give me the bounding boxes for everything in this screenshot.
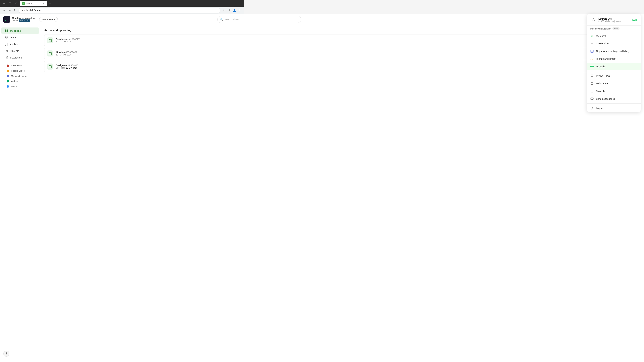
- event-calendar-icon: [47, 37, 53, 43]
- svg-rect-12: [5, 50, 8, 52]
- sidebar-label-analytics: Analytics: [10, 43, 20, 45]
- svg-rect-8: [5, 44, 6, 45]
- sidebar-item-integrations[interactable]: Integrations: [1, 54, 39, 61]
- main-content: Active and upcoming Developers #1480327 …: [40, 25, 244, 137]
- nav-controls: ← → ↻: [2, 8, 18, 13]
- address-right-controls: ☆ ⬇ 👤 ⋮: [221, 8, 242, 13]
- sidebar-label-integrations: Integrations: [10, 56, 22, 59]
- back-button[interactable]: ←: [2, 8, 7, 13]
- svg-rect-2: [5, 29, 6, 31]
- analytics-icon: [5, 42, 8, 46]
- event-name: Developers #1480327: [56, 38, 80, 40]
- event-date: 10 – 13 Oct 2024: [56, 40, 80, 43]
- app-header: s Moodjoy organization Owner UPGRADE New…: [0, 14, 244, 25]
- sidebar-item-powerpoint[interactable]: PowerPoint: [5, 63, 36, 68]
- sidebar-item-zoom[interactable]: Zoom: [5, 84, 36, 89]
- event-id: #1480327: [69, 38, 80, 40]
- sidebar-label-tutorials: Tutorials: [10, 50, 19, 52]
- svg-text:s: s: [5, 18, 6, 21]
- section-title: Active and upcoming: [44, 29, 244, 32]
- tab-label: Slidos: [26, 2, 32, 5]
- incognito-icon: 👤: [232, 8, 237, 13]
- bookmark-button[interactable]: ☆: [221, 8, 226, 13]
- event-item[interactable]: Developers #1480327 10 – 13 Oct 2024: [44, 34, 244, 46]
- forward-button[interactable]: →: [8, 8, 12, 13]
- integrations-list: PowerPoint Google Slides Microsoft Teams…: [0, 62, 40, 90]
- slido-logo-icon[interactable]: s: [3, 16, 10, 23]
- event-details: Developers #1480327 10 – 13 Oct 2024: [56, 38, 80, 43]
- event-details: Moodoy #37867021 10 – 13 Oct 2024: [56, 51, 77, 56]
- svg-rect-3: [6, 29, 8, 31]
- svg-rect-17: [49, 52, 52, 55]
- powerpoint-label: PowerPoint: [11, 64, 22, 67]
- microsoft-teams-label: Microsoft Teams: [11, 75, 27, 77]
- new-interface-button[interactable]: New interface: [39, 17, 58, 22]
- upgrade-badge[interactable]: UPGRADE: [19, 19, 30, 22]
- tab-favicon: S: [22, 2, 25, 5]
- svg-rect-11: [8, 43, 8, 45]
- sidebar-item-webex[interactable]: Webex: [5, 79, 36, 84]
- svg-point-13: [5, 57, 6, 58]
- google-slides-icon: [7, 70, 9, 72]
- maximize-button[interactable]: □: [8, 1, 12, 6]
- svg-rect-4: [5, 31, 6, 32]
- svg-point-6: [5, 36, 6, 37]
- integrations-icon: [5, 56, 8, 59]
- svg-rect-10: [7, 43, 7, 45]
- sidebar-item-google-slides[interactable]: Google Slides: [5, 68, 36, 73]
- zoom-icon: [7, 85, 9, 88]
- close-button[interactable]: ✕: [14, 1, 18, 6]
- svg-point-7: [6, 36, 8, 37]
- address-input[interactable]: [19, 8, 220, 13]
- event-date: 10 – 13 Oct 2024: [56, 54, 77, 56]
- svg-rect-9: [6, 44, 6, 45]
- webex-label: Webex: [11, 80, 18, 82]
- event-name: Designers #8664816: [56, 64, 78, 67]
- event-item[interactable]: Moodoy #37867021 10 – 13 Oct 2024: [44, 48, 244, 59]
- download-button[interactable]: ⬇: [227, 8, 232, 13]
- reload-button[interactable]: ↻: [13, 8, 18, 13]
- search-bar[interactable]: 🔍 Search slidos: [217, 16, 244, 23]
- sidebar-item-analytics[interactable]: Analytics: [1, 41, 39, 48]
- role-label: Owner: [12, 19, 18, 22]
- window-controls: ─ □ ✕: [2, 1, 18, 6]
- org-info: Moodjoy organization Owner UPGRADE: [12, 17, 34, 22]
- tab-close-button[interactable]: ✕: [42, 2, 45, 5]
- search-placeholder: Search slidos: [225, 18, 239, 21]
- event-calendar-icon: [47, 50, 53, 56]
- webex-icon: [7, 80, 9, 82]
- org-name: Moodjoy organization: [12, 17, 34, 19]
- new-tab-button[interactable]: +: [48, 1, 52, 6]
- tutorials-icon: [5, 49, 8, 53]
- sidebar-item-my-slidos[interactable]: My slidos: [1, 27, 39, 34]
- svg-rect-5: [6, 31, 8, 32]
- active-tab[interactable]: S Slidos ✕: [20, 1, 47, 6]
- my-slidos-icon: [5, 29, 8, 32]
- minimize-button[interactable]: ─: [2, 1, 7, 6]
- logo-area: s Moodjoy organization Owner UPGRADE New…: [3, 16, 58, 23]
- svg-rect-18: [49, 65, 52, 68]
- browser-chrome: ─ □ ✕ S Slidos ✕ +: [0, 0, 244, 7]
- sidebar-label-team: Team: [10, 36, 16, 39]
- microsoft-teams-icon: [7, 75, 9, 77]
- event-id: #8664816: [68, 64, 78, 67]
- sidebar-item-tutorials[interactable]: Tutorials: [1, 48, 39, 54]
- event-name: Moodoy #37867021: [56, 51, 77, 54]
- zoom-label: Zoom: [11, 85, 16, 88]
- tab-bar: S Slidos ✕ +: [20, 1, 52, 6]
- event-upcoming: Upcoming: 11 Oct 2024: [56, 67, 78, 69]
- sidebar-label-my-slidos: My slidos: [10, 29, 21, 32]
- google-slides-label: Google Slides: [11, 69, 25, 72]
- org-role: Owner UPGRADE: [12, 19, 34, 22]
- event-id: #37867021: [66, 51, 77, 54]
- svg-rect-0: [3, 16, 10, 23]
- sidebar-item-microsoft-teams[interactable]: Microsoft Teams: [5, 73, 36, 79]
- sidebar-item-team[interactable]: Team: [1, 34, 39, 41]
- event-details: Designers #8664816 Upcoming: 11 Oct 2024: [56, 64, 78, 69]
- address-bar-row: ← → ↻ ☆ ⬇ 👤 ⋮: [0, 7, 244, 14]
- event-calendar-icon: [47, 63, 53, 69]
- browser-menu-button[interactable]: ⋮: [238, 8, 242, 13]
- team-icon: [5, 36, 8, 39]
- event-item[interactable]: Designers #8664816 Upcoming: 11 Oct 2024: [44, 61, 244, 72]
- search-icon: 🔍: [220, 18, 223, 21]
